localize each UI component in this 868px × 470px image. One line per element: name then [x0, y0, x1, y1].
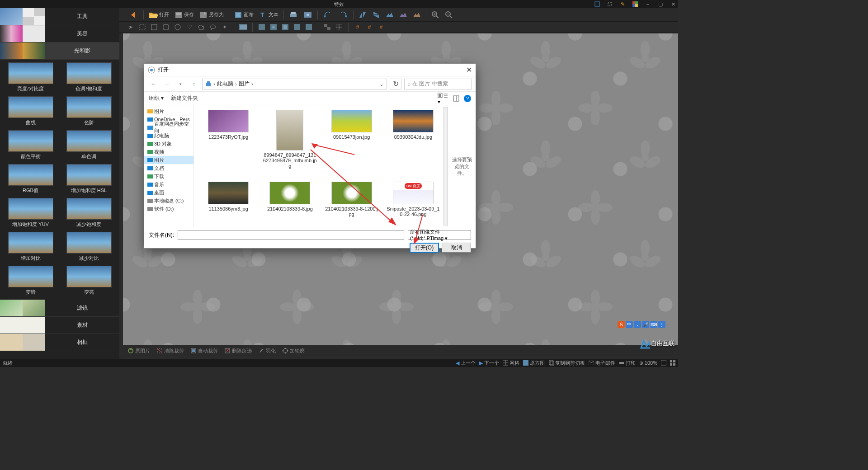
status-copy[interactable]: 复制到剪切板	[548, 360, 585, 367]
file-item[interactable]: 09390304Jdu.jpg	[383, 108, 443, 176]
polygon-tool[interactable]	[197, 23, 205, 31]
grid-orange-3[interactable]: #	[377, 23, 385, 31]
ime-lang[interactable]: 中	[626, 321, 633, 328]
sq-tool-2[interactable]	[269, 23, 278, 31]
circle-tool[interactable]	[174, 23, 182, 31]
file-scrollbar[interactable]	[443, 107, 448, 226]
img-tool-1[interactable]	[239, 23, 247, 31]
titlebar-icon-palette[interactable]	[632, 1, 638, 7]
grid-orange-1[interactable]: #	[354, 23, 362, 31]
flip-h-button[interactable]	[357, 10, 368, 19]
save-button[interactable]: 保存	[173, 10, 196, 20]
effect-item[interactable]: 颜色平衡	[3, 130, 58, 161]
file-item[interactable]: Bai 百度Snipaste_2023-03-09_10-22-46.png	[383, 180, 443, 225]
rotate-2-button[interactable]	[397, 11, 409, 19]
open-button[interactable]: 打开	[147, 10, 171, 20]
tree-item[interactable]: 软件 (D:)	[144, 205, 193, 213]
tree-item[interactable]: 桌面	[144, 188, 193, 197]
new-folder-button[interactable]: 新建文件夹	[171, 94, 198, 102]
pointer-tool[interactable]: ➤	[127, 23, 135, 31]
grid-tool[interactable]	[335, 23, 343, 31]
tree-item[interactable]: 音乐	[144, 180, 193, 188]
cat-tools[interactable]: 工具	[0, 8, 119, 25]
file-item[interactable]: 210402103339-8.jpg	[260, 180, 320, 225]
print-button[interactable]	[287, 10, 300, 20]
effect-item[interactable]: 减少饱和度	[61, 198, 117, 229]
zoom-in-button[interactable]	[429, 10, 441, 20]
effect-item[interactable]: 变亮	[61, 266, 117, 297]
titlebar-icon-1[interactable]	[594, 1, 600, 7]
tree-item[interactable]: 图片	[144, 156, 193, 164]
file-item[interactable]: 11135086ym3.jpg	[198, 180, 258, 225]
redo-button[interactable]	[336, 9, 350, 20]
effect-item[interactable]: 曲线	[3, 96, 58, 127]
nav-up-button[interactable]: ↑	[189, 79, 199, 89]
cat-beauty[interactable]: 美容	[0, 25, 119, 42]
address-bar[interactable]: › 此电脑 › 图片 › ⌄	[202, 79, 387, 89]
effect-item[interactable]: 增加饱和度 YUV	[3, 198, 58, 229]
bottom-feather[interactable]: 羽化	[258, 348, 276, 354]
back-button[interactable]	[127, 9, 140, 21]
tree-item[interactable]: 视频	[144, 148, 193, 156]
effect-item[interactable]: 亮度/对比度	[3, 62, 58, 94]
ime-punct[interactable]: ，	[634, 321, 641, 328]
undo-button[interactable]	[321, 9, 335, 20]
cat-light-shadow[interactable]: 光和影	[0, 42, 119, 60]
rotate-1-button[interactable]	[384, 11, 396, 19]
titlebar-icon-2[interactable]	[607, 1, 613, 7]
rect-dashed-tool[interactable]	[138, 23, 146, 31]
nav-recent-button[interactable]: ▾	[175, 79, 186, 89]
file-item[interactable]: 09015473jon.jpg	[322, 108, 382, 176]
dialog-cancel-button[interactable]: 取消	[442, 243, 471, 253]
rounded-rect-tool[interactable]	[162, 23, 170, 31]
filetype-filter[interactable]: 所有图像文件 (*.pfd;*.PTimag ▾	[408, 230, 471, 240]
cat-filter[interactable]: 滤镜	[0, 300, 119, 317]
zoom-out-button[interactable]	[443, 10, 455, 20]
tree-item[interactable]: 3D 对象	[144, 140, 193, 148]
status-next[interactable]: ▶下一个	[479, 360, 499, 367]
sq-tool-5[interactable]	[305, 23, 313, 31]
bottom-clear[interactable]: 清除裁剪	[156, 348, 184, 354]
view-mode-button[interactable]: ▾	[438, 92, 448, 105]
file-item[interactable]: 210402103339-8-1200.jpg	[322, 180, 382, 225]
text-button[interactable]: T文本	[257, 10, 280, 20]
ime-toolbar[interactable]: S 中 ， 🎤 ⌨ ⋮	[618, 321, 665, 328]
tree-item[interactable]: 下载	[144, 172, 193, 180]
effect-item[interactable]: RGB值	[3, 164, 58, 195]
sq-tool-1[interactable]	[258, 23, 266, 31]
tree-item[interactable]: 图片	[144, 107, 193, 115]
bottom-auto[interactable]: 自动裁剪	[190, 348, 218, 354]
lasso-tool[interactable]	[209, 23, 217, 31]
file-item[interactable]: 8994847_8994847_1316273495879_mthumb.jpg	[260, 108, 320, 176]
effect-item[interactable]: 减少对比	[61, 232, 117, 263]
ime-kbd[interactable]: ⌨	[650, 321, 657, 328]
tree-item[interactable]: 百度网盘同步空间	[144, 123, 193, 132]
flip-v-button[interactable]	[370, 10, 382, 19]
titlebar-icon-pencil[interactable]: ✎	[619, 1, 626, 7]
grid-orange-2[interactable]: #	[365, 23, 373, 31]
sq-tool-3[interactable]	[281, 23, 289, 31]
bottom-reset[interactable]: 原图片	[127, 348, 150, 354]
effect-item[interactable]: 单色调	[61, 130, 117, 161]
minimize-button[interactable]: −	[645, 1, 651, 7]
effect-item[interactable]: 增加对比	[3, 232, 58, 263]
heart-tool[interactable]: ♡	[185, 23, 193, 31]
search-box[interactable]: ⌕在 图片 中搜索	[404, 79, 472, 89]
status-print[interactable]: 打印	[619, 360, 636, 367]
organize-button[interactable]: 组织 ▾	[149, 94, 164, 102]
effect-item[interactable]: 色调/饱和度	[61, 62, 117, 94]
wand-tool[interactable]: ✦	[221, 23, 229, 31]
cat-material[interactable]: 素材	[0, 317, 119, 334]
canvas-button[interactable]: 画布	[232, 10, 255, 20]
saveas-button[interactable]: 另存为	[198, 10, 226, 20]
tree-item[interactable]: 文档	[144, 164, 193, 172]
status-prev[interactable]: ◀上一个	[456, 360, 476, 367]
status-grid[interactable]: 网格	[503, 360, 519, 367]
preview-button[interactable]	[302, 10, 314, 20]
tree-item[interactable]: 本地磁盘 (C:)	[144, 197, 193, 205]
status-mail[interactable]: 电子邮件	[589, 360, 615, 367]
help-button[interactable]: ?	[464, 95, 471, 102]
rect-tool[interactable]	[150, 23, 158, 31]
dialog-open-button[interactable]: 打开(O)	[410, 243, 439, 253]
status-view2[interactable]	[670, 360, 675, 367]
